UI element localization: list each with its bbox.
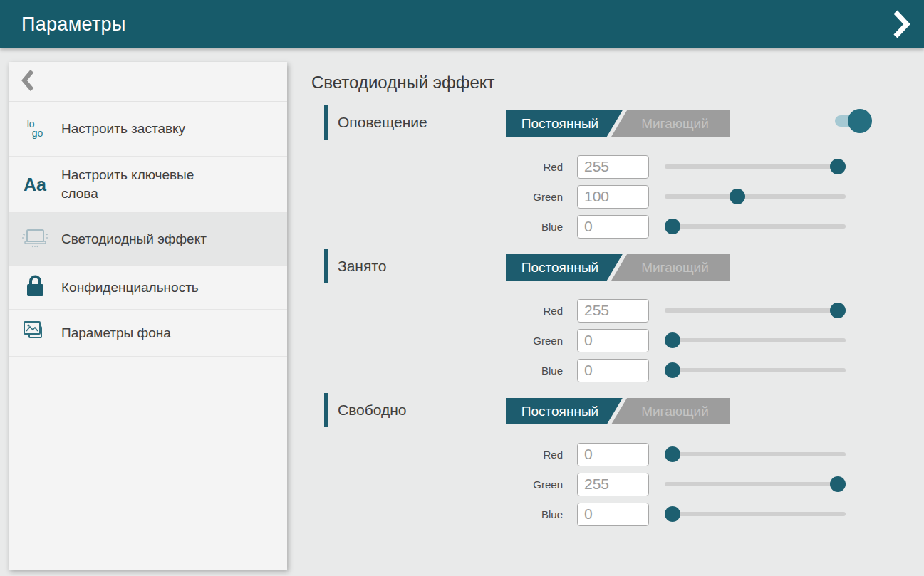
section-free: Свободно Постоянный Мигающий Red Green B… (324, 393, 894, 529)
sidebar-item-label: Настроить ключевые слова (61, 166, 239, 202)
sidebar-item-led-effect[interactable]: Светодиодный эффект (9, 213, 287, 266)
red-value-input[interactable] (577, 155, 649, 179)
switch-knob (848, 109, 872, 133)
slider-thumb[interactable] (830, 476, 846, 492)
notification-led-switch[interactable] (834, 108, 876, 135)
red-row: Red (324, 152, 894, 182)
section-title: Занято (338, 258, 386, 275)
page-title: Параметры (21, 14, 126, 36)
font-aa-icon: Aa (24, 174, 46, 195)
images-icon (22, 320, 48, 347)
blue-row: Blue (324, 211, 894, 241)
blue-value-input[interactable] (577, 503, 649, 526)
green-value-input[interactable] (577, 329, 649, 352)
forward-chevron-icon[interactable] (890, 10, 913, 38)
slider-thumb[interactable] (665, 219, 680, 234)
sidebar-item-label: Настроить заставку (61, 120, 194, 138)
blue-row: Blue (324, 499, 894, 529)
section-notification: Оповещение Постоянный Мигающий Red Green… (324, 105, 894, 241)
content-title: Светодиодный эффект (311, 73, 495, 93)
red-value-input[interactable] (577, 443, 649, 466)
slider-thumb[interactable] (830, 303, 846, 318)
slider-thumb[interactable] (665, 506, 680, 522)
section-title: Оповещение (338, 114, 427, 131)
section-accent-bar (324, 105, 328, 140)
section-accent-bar (324, 249, 328, 283)
red-label: Red (499, 305, 563, 317)
blue-slider[interactable] (665, 368, 846, 372)
red-slider[interactable] (665, 452, 846, 456)
slider-thumb[interactable] (730, 189, 745, 204)
section-busy: Занято Постоянный Мигающий Red Green Blu… (324, 249, 894, 385)
blue-slider[interactable] (665, 224, 846, 229)
green-slider[interactable] (665, 338, 846, 342)
blue-slider[interactable] (665, 512, 846, 516)
red-value-input[interactable] (577, 299, 649, 323)
sidebar-item-label: Конфиденциальность (61, 278, 207, 297)
mode-toggle-group: Постоянный Мигающий (506, 110, 730, 137)
back-chevron-icon (21, 70, 34, 94)
mode-toggle-group: Постоянный Мигающий (506, 254, 730, 281)
red-label: Red (499, 449, 563, 461)
red-label: Red (499, 161, 563, 173)
green-value-input[interactable] (577, 185, 649, 209)
blue-label: Blue (499, 508, 563, 520)
blue-row: Blue (324, 355, 894, 385)
settings-sidebar: lo go Настроить заставку Aa Настроить кл… (9, 62, 287, 570)
monitor-glow-icon (19, 226, 51, 253)
sidebar-item-label: Параметры фона (61, 324, 180, 342)
green-slider[interactable] (665, 194, 846, 199)
sidebar-collapse-button[interactable] (9, 62, 287, 102)
blue-value-input[interactable] (577, 359, 649, 382)
slider-thumb[interactable] (665, 332, 680, 348)
blue-label: Blue (499, 221, 563, 233)
slider-thumb[interactable] (830, 159, 846, 174)
sidebar-item-screensaver[interactable]: lo go Настроить заставку (9, 102, 287, 157)
red-slider[interactable] (665, 308, 846, 313)
mode-toggle-group: Постоянный Мигающий (506, 398, 730, 424)
blue-label: Blue (499, 365, 563, 377)
red-row: Red (324, 295, 894, 325)
sidebar-item-label: Светодиодный эффект (61, 230, 215, 248)
green-row: Green (324, 469, 894, 499)
green-row: Green (324, 182, 894, 211)
section-accent-bar (324, 393, 328, 427)
section-title: Свободно (338, 402, 407, 419)
red-row: Red (324, 439, 894, 469)
slider-thumb[interactable] (665, 446, 680, 462)
green-value-input[interactable] (577, 473, 649, 496)
green-slider[interactable] (665, 482, 846, 486)
green-row: Green (324, 325, 894, 355)
green-label: Green (499, 335, 563, 347)
logo-text-icon: lo go (27, 120, 43, 138)
lock-icon (26, 275, 45, 300)
app-header: Параметры (0, 0, 924, 48)
blue-value-input[interactable] (577, 215, 649, 239)
green-label: Green (499, 191, 563, 203)
sidebar-item-keywords[interactable]: Aa Настроить ключевые слова (9, 157, 287, 213)
slider-thumb[interactable] (665, 362, 680, 378)
red-slider[interactable] (665, 164, 846, 169)
sidebar-item-background[interactable]: Параметры фона (9, 310, 287, 357)
sidebar-item-privacy[interactable]: Конфиденциальность (9, 266, 287, 310)
green-label: Green (499, 478, 563, 491)
